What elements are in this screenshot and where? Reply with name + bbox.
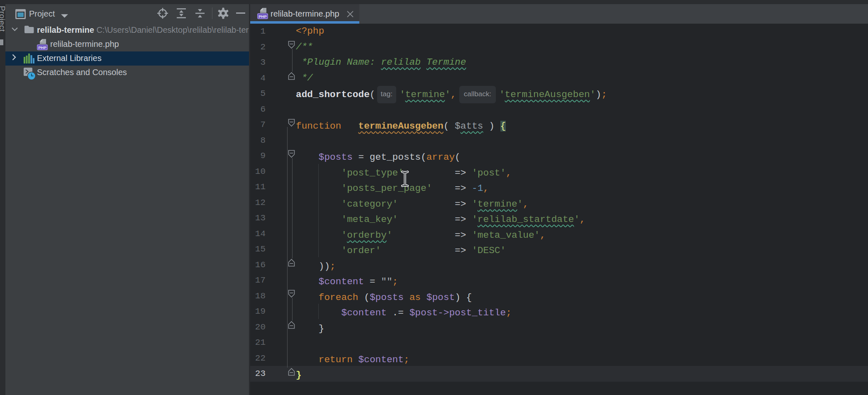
svg-text:PHP: PHP <box>38 45 46 50</box>
svg-text:PHP: PHP <box>258 14 267 19</box>
